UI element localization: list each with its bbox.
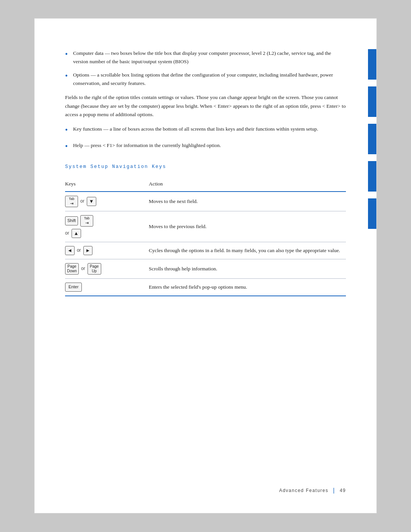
- down-arrow-key-1: ▼: [87, 197, 96, 206]
- right-tabs: [368, 49, 376, 229]
- key-row-2a: Shift Tab ⇥: [65, 215, 145, 227]
- nav-table: Keys Action Tab ⇥ or ▼: [65, 177, 346, 296]
- table-row: ◄ or ► Cycles through the options in a f…: [65, 242, 346, 259]
- tab-key-2: Tab ⇥: [80, 215, 93, 227]
- bullet-dot-2: •: [65, 70, 68, 82]
- page-down-key: Page Down: [65, 263, 79, 275]
- bullet-text-2: Options — a scrollable box listing optio…: [73, 71, 346, 87]
- page: • Computer data — two boxes below the ti…: [34, 18, 377, 513]
- keys-cell-1: Tab ⇥ or ▼: [65, 192, 149, 211]
- bullet-dot-3: •: [65, 124, 68, 136]
- action-cell-5: Enters the selected field's pop-up optio…: [149, 278, 346, 296]
- section-heading: System Setup Navigation Keys: [65, 163, 346, 171]
- keys-cell-5: Enter: [65, 278, 149, 296]
- bullet-list-2: • Key functions — a line of boxes across…: [65, 125, 346, 152]
- key-row-5: Enter: [65, 283, 145, 292]
- footer-separator: |: [333, 487, 335, 494]
- col-header-keys: Keys: [65, 177, 149, 192]
- table-row: Tab ⇥ or ▼ Moves to the next field.: [65, 192, 346, 211]
- table-row: Enter Enters the selected field's pop-up…: [65, 278, 346, 296]
- footer-page-number: 49: [340, 488, 346, 493]
- action-cell-4: Scrolls through help information.: [149, 259, 346, 278]
- bullet-item-3: • Key functions — a line of boxes across…: [65, 125, 346, 136]
- or-4: or: [81, 265, 85, 272]
- key-group-2: Shift Tab ⇥ or ▲: [65, 215, 145, 238]
- up-arrow-key: ▲: [72, 229, 81, 238]
- action-cell-3: Cycles through the options in a field. I…: [149, 242, 346, 259]
- enter-key: Enter: [65, 283, 82, 292]
- col-header-action: Action: [149, 177, 346, 192]
- key-row-1: Tab ⇥ or ▼: [65, 196, 145, 207]
- keys-cell-2: Shift Tab ⇥ or ▲: [65, 211, 149, 242]
- bullet-dot-1: •: [65, 48, 68, 60]
- left-arrow-key: ◄: [65, 246, 75, 255]
- action-cell-1: Moves to the next field.: [149, 192, 346, 211]
- key-row-3: ◄ or ►: [65, 246, 145, 255]
- or-3: or: [77, 247, 81, 254]
- tab-key-1: Tab ⇥: [65, 196, 78, 207]
- footer: Advanced Features | 49: [279, 487, 346, 494]
- right-arrow-key: ►: [83, 246, 93, 255]
- main-paragraph: Fields to the right of the option titles…: [65, 93, 346, 119]
- bullet-text-3: Key functions — a line of boxes across t…: [73, 125, 318, 133]
- or-2: or: [65, 230, 69, 237]
- bullet-item-2: • Options — a scrollable box listing opt…: [65, 71, 346, 87]
- action-cell-2: Moves to the previous field.: [149, 211, 346, 242]
- tab-block-2: [368, 86, 376, 117]
- bullet-text-4: Help — press < F1> for information in th…: [73, 141, 221, 150]
- table-row: Shift Tab ⇥ or ▲ Mo: [65, 211, 346, 242]
- tab-block-3: [368, 124, 376, 154]
- bullet-dot-4: •: [65, 140, 68, 152]
- tab-block-5: [368, 198, 376, 229]
- bullet-list-1: • Computer data — two boxes below the ti…: [65, 49, 346, 87]
- main-content: • Computer data — two boxes below the ti…: [65, 49, 346, 296]
- shift-key: Shift: [65, 216, 78, 225]
- tab-block-1: [368, 49, 376, 80]
- key-row-4: Page Down or Page Up: [65, 263, 145, 275]
- table-row: Page Down or Page Up Scrolls through hel…: [65, 259, 346, 278]
- bullet-item-1: • Computer data — two boxes below the ti…: [65, 49, 346, 66]
- or-1: or: [80, 198, 84, 205]
- keys-cell-3: ◄ or ►: [65, 242, 149, 259]
- page-up-key: Page Up: [88, 263, 101, 275]
- footer-section: Advanced Features: [279, 488, 328, 493]
- bullet-text-1: Computer data — two boxes below the titl…: [73, 49, 346, 66]
- keys-cell-4: Page Down or Page Up: [65, 259, 149, 278]
- bullet-item-4: • Help — press < F1> for information in …: [65, 141, 346, 152]
- key-row-2b: or ▲: [65, 229, 145, 238]
- tab-block-4: [368, 161, 376, 192]
